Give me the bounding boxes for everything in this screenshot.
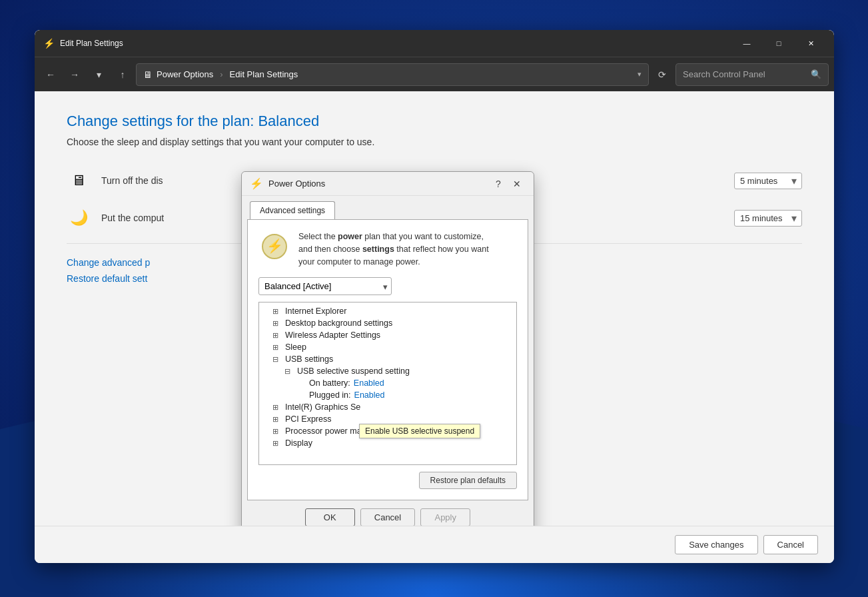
bottom-bar: Save changes Cancel (35, 526, 834, 563)
dialog-ok-button[interactable]: OK (305, 508, 355, 526)
expand-icon: ⊞ (272, 403, 282, 412)
window-controls: — □ ✕ (731, 33, 826, 53)
title-bar: ⚡ Edit Plan Settings — □ ✕ (35, 30, 834, 57)
nav-bar: ← → ▾ ↑ 🖥 Power Options › Edit Plan Sett… (35, 57, 834, 91)
address-bar[interactable]: 🖥 Power Options › Edit Plan Settings ▾ (136, 63, 649, 86)
tree-label: Desktop background settings (285, 318, 392, 328)
power-options-dialog: ⚡ Power Options ? ✕ Advanced settings (241, 171, 534, 526)
maximize-button[interactable]: □ (763, 33, 794, 53)
on-battery-value: Enabled (354, 378, 384, 388)
address-chevron-icon: ▾ (638, 70, 642, 79)
search-icon: 🔍 (811, 69, 821, 79)
tree-label: Processor power management (285, 426, 398, 436)
tree-label: Intel(R) Graphics Se (285, 402, 360, 412)
tree-item-internet-explorer[interactable]: ⊞ Internet Explorer (259, 305, 516, 317)
tree-item-on-battery[interactable]: On battery: Enabled (259, 377, 516, 389)
dialog-overlay: ⚡ Power Options ? ✕ Advanced settings (35, 91, 834, 526)
restore-plan-defaults-button[interactable]: Restore plan defaults (419, 472, 517, 489)
refresh-button[interactable]: ⟳ (651, 64, 673, 85)
expand-icon: ⊟ (272, 355, 282, 364)
dialog-title-icon: ⚡ (250, 177, 263, 190)
expand-icon: ⊟ (284, 367, 294, 376)
cancel-button[interactable]: Cancel (763, 535, 818, 554)
expand-icon: ⊞ (272, 439, 282, 448)
plan-dropdown-wrapper: Balanced [Active] (258, 277, 517, 295)
tree-label: PCI Express (285, 414, 331, 424)
dialog-help-button[interactable]: ? (490, 176, 507, 192)
breadcrumb-2: Edit Plan Settings (230, 69, 298, 79)
dialog-footer: OK Cancel Apply (242, 500, 534, 526)
tree-label: Internet Explorer (285, 306, 346, 316)
tree-item-usb-selective[interactable]: ⊟ USB selective suspend setting (259, 365, 516, 377)
tree-item-sleep[interactable]: ⊞ Sleep (259, 341, 516, 353)
window-icon: ⚡ (43, 37, 55, 49)
info-line-2: and then choose settings that reflect ho… (298, 245, 489, 254)
back-button[interactable]: ← (40, 64, 61, 85)
tree-label: Plugged in: (309, 390, 351, 400)
dialog-cancel-button[interactable]: Cancel (360, 508, 415, 526)
tree-item-wireless[interactable]: ⊞ Wireless Adapter Settings (259, 329, 516, 341)
dialog-title-text: Power Options (268, 179, 490, 189)
dialog-title-controls: ? ✕ (490, 176, 526, 192)
tree-label: Display (285, 438, 312, 448)
tree-label: On battery: (309, 378, 350, 388)
expand-icon: ⊞ (272, 319, 282, 328)
tree-label: USB settings (285, 354, 333, 364)
plugged-in-value: Enabled (354, 390, 385, 400)
tree-item-usb-settings[interactable]: ⊟ USB settings (259, 353, 516, 365)
tree-label: Wireless Adapter Settings (285, 330, 380, 340)
expand-icon: ⊞ (272, 331, 282, 340)
expand-icon: ⊞ (272, 343, 282, 352)
tree-item-display[interactable]: ⊞ Display (259, 437, 516, 449)
search-placeholder-text: Search Control Panel (683, 69, 765, 79)
tree-item-plugged-in[interactable]: Plugged in: Enabled (259, 389, 516, 401)
minimize-button[interactable]: — (731, 33, 762, 53)
dialog-tab-bar: Advanced settings (242, 196, 534, 219)
dialog-apply-button[interactable]: Apply (420, 508, 470, 526)
forward-button[interactable]: → (64, 64, 85, 85)
dialog-info-row: ⚡ Select the power plan that you want to… (258, 231, 517, 268)
tree-item-intel-graphics[interactable]: ⊞ Intel(R) Graphics Se (259, 401, 516, 413)
dialog-power-icon: ⚡ (258, 231, 290, 263)
content-area: Change settings for the plan: Balanced C… (35, 91, 834, 526)
plan-dropdown[interactable]: Balanced [Active] (258, 277, 392, 295)
breadcrumb-separator: › (220, 69, 222, 79)
expand-icon: ⊞ (272, 427, 282, 436)
dialog-info-text: Select the power plan that you want to c… (298, 231, 489, 268)
tree-label: Sleep (285, 342, 306, 352)
expand-icon: ⊞ (272, 415, 282, 424)
tree-label: USB selective suspend setting (297, 366, 410, 376)
up-button[interactable]: ↑ (112, 64, 133, 85)
explorer-window: ⚡ Edit Plan Settings — □ ✕ ← → ▾ ↑ 🖥 Pow… (35, 30, 834, 563)
dialog-title-bar: ⚡ Power Options ? ✕ (242, 172, 534, 196)
tree-item-pci-express[interactable]: ⊞ PCI Express (259, 413, 516, 425)
info-line-3: your computer to manage power. (298, 257, 420, 267)
tree-item-processor[interactable]: ⊞ Processor power management (259, 425, 516, 437)
window-close-button[interactable]: ✕ (795, 33, 826, 53)
expand-icon: ⊞ (272, 307, 282, 316)
breadcrumb-1: Power Options (157, 69, 213, 79)
restore-plan-section: Restore plan defaults (258, 472, 517, 489)
address-icon: 🖥 (143, 69, 153, 80)
advanced-settings-tab[interactable]: Advanced settings (250, 201, 335, 219)
info-line-1: Select the power plan that you want to c… (298, 232, 484, 241)
chevron-down-button[interactable]: ▾ (88, 64, 109, 85)
dialog-close-button[interactable]: ✕ (508, 176, 526, 192)
save-changes-button[interactable]: Save changes (675, 535, 757, 554)
window-title: Edit Plan Settings (60, 39, 731, 48)
tree-view[interactable]: ⊞ Internet Explorer ⊞ Desktop background… (258, 302, 517, 465)
tree-item-desktop-bg[interactable]: ⊞ Desktop background settings (259, 317, 516, 329)
dialog-content: ⚡ Select the power plan that you want to… (247, 219, 528, 500)
svg-text:⚡: ⚡ (266, 238, 283, 254)
search-bar[interactable]: Search Control Panel 🔍 (675, 63, 829, 86)
